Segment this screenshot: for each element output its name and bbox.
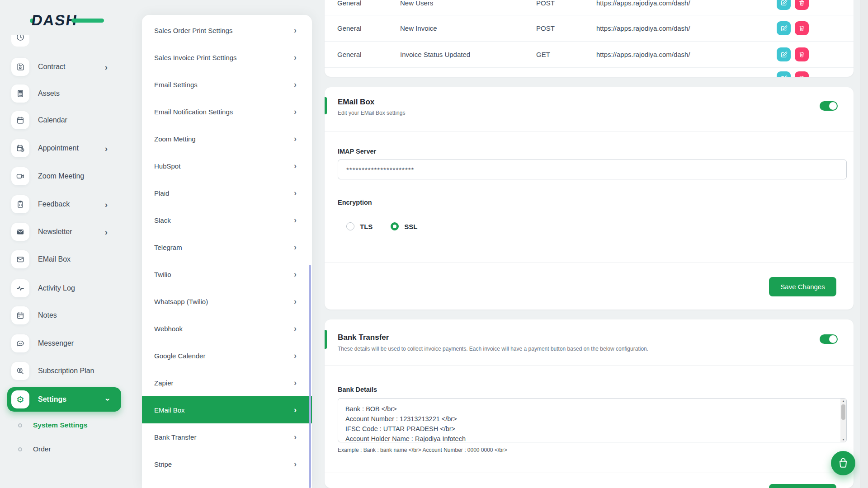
sidebar-item-calendar[interactable]: Calendar <box>7 111 121 129</box>
sidebar-item-settings[interactable]: ⚙ Settings › <box>7 387 121 412</box>
sidebar-item-label: EMail Box <box>38 255 71 263</box>
scroll-down-icon[interactable]: ▼ <box>840 438 846 441</box>
chevron-right-icon: › <box>294 243 297 251</box>
sidebar-item-label: Subscription Plan <box>38 367 94 375</box>
section-accent-bar <box>325 97 327 114</box>
settings-menu-item-label: Bank Transfer <box>154 433 196 441</box>
sidebar-item-zoom-meeting[interactable]: Zoom Meeting <box>7 167 121 185</box>
chevron-right-icon: › <box>105 228 108 236</box>
delete-button[interactable] <box>795 21 809 35</box>
sidebar-item-email-box[interactable]: EMail Box <box>7 250 121 268</box>
tls-radio[interactable] <box>346 222 354 230</box>
settings-menu-item-email-box[interactable]: EMail Box› <box>142 396 312 423</box>
bank-details-textarea[interactable]: Bank : BOB </br> Account Number : 123132… <box>338 398 847 442</box>
row-actions <box>777 47 809 61</box>
email-box-title: EMail Box <box>338 98 374 107</box>
settings-menu-item-slack[interactable]: Slack› <box>142 206 312 234</box>
chevron-right-icon: › <box>294 406 297 414</box>
chevron-right-icon: › <box>294 352 297 360</box>
sidebar-item-partial[interactable] <box>11 35 29 47</box>
settings-menu-item-twilio[interactable]: Twilio› <box>142 261 312 288</box>
ssl-radio-label: SSL <box>404 223 417 230</box>
sidebar-item-label: Appointment <box>38 144 79 152</box>
settings-menu-item-bank-transfer[interactable]: Bank Transfer› <box>142 423 312 450</box>
chevron-right-icon: › <box>294 379 297 387</box>
shopping-bag-fab[interactable] <box>831 451 855 475</box>
sidebar-subitem-label: Order <box>33 445 51 453</box>
chat-bubble-icon <box>11 334 29 352</box>
delete-button[interactable] <box>795 71 809 77</box>
chevron-right-icon: › <box>294 26 297 34</box>
chevron-right-icon: › <box>294 216 297 224</box>
settings-menu-item-whatsapp-twilio[interactable]: Whatsapp (Twilio)› <box>142 288 312 315</box>
settings-menu-item-sales-invoice-print-settings[interactable]: Sales Invoice Print Settings› <box>142 44 312 71</box>
settings-menu-item-sales-order-print-settings[interactable]: Sales Order Print Settings› <box>142 17 312 44</box>
name-cell: Invoice Status Updated <box>400 51 536 58</box>
page-scrollbar-track[interactable] <box>860 0 868 488</box>
settings-menu-item-paypal[interactable]: Paypal› <box>142 478 312 488</box>
email-box-toggle[interactable] <box>820 101 838 111</box>
settings-menu-item-webhook[interactable]: Webhook› <box>142 315 312 342</box>
settings-menu-item-label: Zoom Metting <box>154 135 196 143</box>
settings-menu-item-zoom-metting[interactable]: Zoom Metting› <box>142 125 312 152</box>
sidebar-item-messenger[interactable]: Messenger <box>7 334 121 352</box>
sidebar-item-assets[interactable]: Assets <box>7 84 121 103</box>
settings-menu-item-label: Telegram <box>154 244 182 251</box>
edit-button[interactable] <box>777 71 791 77</box>
method-cell: GET <box>536 51 596 58</box>
delete-button[interactable] <box>795 47 809 61</box>
sidebar-item-subscription-plan[interactable]: Subscription Plan <box>7 362 121 380</box>
settings-menu-item-label: Stripe <box>154 460 172 468</box>
sidebar-item-activity-log[interactable]: Activity Log <box>7 279 121 297</box>
ssl-radio[interactable] <box>391 222 399 230</box>
edit-button[interactable] <box>777 47 791 61</box>
bank-transfer-title: Bank Transfer <box>338 333 389 342</box>
sidebar-subitem-order[interactable]: Order <box>18 442 51 456</box>
chevron-right-icon: › <box>294 162 297 170</box>
edit-button[interactable] <box>777 0 791 10</box>
bank-transfer-save-button[interactable]: Save Changes <box>769 484 836 488</box>
scroll-up-icon[interactable]: ▲ <box>840 399 846 403</box>
brand-logo[interactable]: DASH <box>32 12 99 30</box>
calendar-clock-icon <box>11 139 29 157</box>
module-cell: General <box>337 24 400 32</box>
textarea-scrollbar[interactable]: ▲ ▼ <box>840 399 846 442</box>
sidebar-item-notes[interactable]: Notes <box>7 306 121 324</box>
delete-button[interactable] <box>795 0 809 10</box>
sidebar-subitem-system-settings[interactable]: System Settings <box>18 418 88 432</box>
settings-menu-item-telegram[interactable]: Telegram› <box>142 234 312 261</box>
settings-menu-item-plaid[interactable]: Plaid› <box>142 179 312 206</box>
clock-icon <box>11 35 25 43</box>
sidebar-item-newsletter[interactable]: Newsletter › <box>7 223 121 241</box>
webhook-table-row: GeneralNew UsersPOSThttps://apps.rajodiy… <box>325 0 854 15</box>
bank-transfer-toggle[interactable] <box>820 334 838 344</box>
webhook-table-card: GeneralNew UsersPOSThttps://apps.rajodiy… <box>325 0 854 77</box>
sidebar-item-label: Contract <box>38 63 65 71</box>
edit-button[interactable] <box>777 21 791 35</box>
chevron-right-icon: › <box>294 270 297 278</box>
settings-menu-item-zapier[interactable]: Zapier› <box>142 369 312 396</box>
settings-menu-item-google-calender[interactable]: Google Calender› <box>142 342 312 369</box>
settings-menu-item-stripe[interactable]: Stripe› <box>142 450 312 478</box>
chevron-right-icon: › <box>294 53 297 61</box>
chevron-right-icon: › <box>105 200 108 209</box>
imap-server-input[interactable] <box>338 160 847 179</box>
chevron-right-icon: › <box>294 297 297 305</box>
email-box-save-button[interactable]: Save Changes <box>769 277 836 296</box>
settings-menu-item-email-notification-settings[interactable]: Email Notification Settings› <box>142 98 312 125</box>
sidebar-item-label: Newsletter <box>38 228 72 236</box>
sidebar-item-feedback[interactable]: Feedback › <box>7 195 121 213</box>
settings-menu-scrollbar[interactable] <box>309 265 311 488</box>
url-cell: https://apps.rajodiya.com/dash/ <box>596 24 854 32</box>
bank-transfer-subtitle: These details will be used to collect in… <box>338 346 648 352</box>
sidebar-item-appointment[interactable]: Appointment › <box>7 139 121 157</box>
module-cell: General <box>337 51 400 58</box>
sidebar-item-contract[interactable]: Contract › <box>7 58 121 76</box>
settings-menu-item-label: Sales Order Print Settings <box>154 27 232 34</box>
sidebar-item-label: Calendar <box>38 116 67 124</box>
scroll-thumb[interactable] <box>841 404 845 420</box>
envelope-outline-icon <box>11 250 29 268</box>
calendar-note-icon <box>11 306 29 324</box>
settings-menu-item-email-settings[interactable]: Email Settings› <box>142 71 312 98</box>
settings-menu-item-hubspot[interactable]: HubSpot› <box>142 152 312 179</box>
